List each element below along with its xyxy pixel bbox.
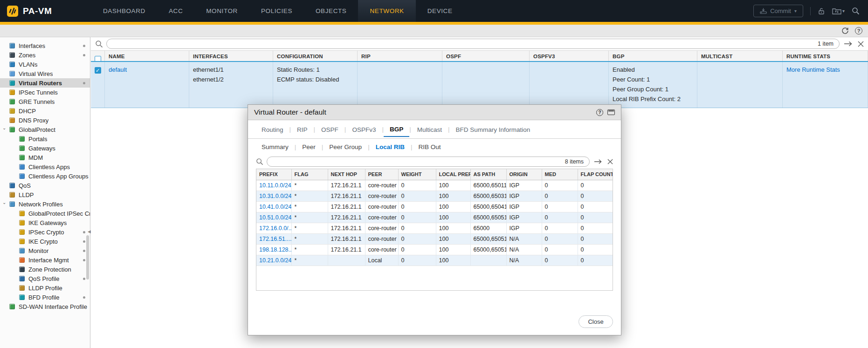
sidebar-item-mdm[interactable]: MDM [0,153,90,162]
chevron-down-icon[interactable]: ⌄ [2,200,6,205]
dialog-tab-routing[interactable]: Routing [255,122,289,136]
dialog-search-input[interactable]: 8 items [267,157,590,167]
dialog-tab-ospfv3[interactable]: OSPFv3 [346,122,382,136]
sidebar-item-sd-wan-interface-profile[interactable]: SD-WAN Interface Profile [0,302,90,311]
dialog-subtab-rib-out[interactable]: RIB Out [412,141,447,153]
apply-filter-icon[interactable] [844,41,852,47]
rib-column-header-flap-count[interactable]: FLAP COUNT [578,169,613,180]
apply-filter-icon[interactable] [594,159,602,164]
nav-tab-monitor[interactable]: MONITOR [194,0,249,22]
column-header-configuration[interactable]: CONFIGURATION [273,51,358,61]
unlock-icon[interactable] [818,7,825,15]
sidebar-item-gre-tunnels[interactable]: GRE Tunnels [0,97,90,106]
nav-tab-objects[interactable]: OBJECTS [304,0,358,22]
dialog-tab-bgp[interactable]: BGP [384,122,409,137]
sidebar-item-dns-proxy[interactable]: DNS Proxy [0,116,90,125]
rib-column-header-med[interactable]: MED [542,169,578,180]
prefix-link[interactable]: 10.21.0.0/24 [259,257,291,264]
prefix-link[interactable]: 10.11.0.0/24 [259,182,291,189]
prefix-link[interactable]: 198.18.128... [259,246,291,253]
help-icon[interactable]: ? [855,27,862,34]
sidebar-item-clientless-apps[interactable]: Clientless Apps [0,162,90,171]
sidebar-item-clientless-app-groups[interactable]: Clientless App Groups [0,171,90,181]
nav-tab-dashboard[interactable]: DASHBOARD [91,0,157,22]
nav-tab-acc[interactable]: ACC [157,0,194,22]
rib-row[interactable]: 10.51.0.0/24*172.16.21.1core-router01006… [256,212,613,223]
column-header-interfaces[interactable]: INTERFACES [189,51,273,61]
clear-filter-icon[interactable] [858,41,864,47]
sidebar-item-ipsec-crypto[interactable]: IPSec Crypto [0,227,90,237]
rib-column-header-local-pref[interactable]: LOCAL PREF. [436,169,470,180]
dialog-tab-ospf[interactable]: OSPF [315,122,344,136]
sidebar-item-network-profiles[interactable]: ⌄Network Profiles [0,199,90,209]
sidebar-item-lldp[interactable]: LLDP [0,190,90,199]
prefix-link[interactable]: 10.41.0.0/24 [259,204,291,210]
sidebar-item-ike-crypto[interactable]: IKE Crypto [0,237,90,246]
dialog-tab-rip[interactable]: RIP [291,122,314,136]
column-header-multicast[interactable]: MULTICAST [697,51,783,61]
sidebar-scrollbar[interactable] [86,235,89,280]
sidebar-item-portals[interactable]: Portals [0,134,90,143]
sidebar-item-qos[interactable]: QoS [0,181,90,190]
sidebar-item-virtual-routers[interactable]: Virtual Routers [0,78,90,88]
prefix-link[interactable]: 10.51.0.0/24 [259,214,291,221]
sidebar-collapse-handle[interactable]: ◀ [88,229,91,234]
nav-tab-network[interactable]: NETWORK [358,0,415,22]
sidebar-item-zones[interactable]: Zones [0,50,90,60]
config-tasks-icon[interactable]: ▾ [832,7,845,15]
sidebar-item-ipsec-tunnels[interactable]: IPSec Tunnels [0,88,90,97]
column-header-rip[interactable]: RIP [358,51,442,61]
rib-row[interactable]: 10.41.0.0/24*172.16.21.1core-router01006… [256,201,613,212]
column-header-bgp[interactable]: BGP [609,51,697,61]
rib-column-header-origin[interactable]: ORIGIN [506,169,542,180]
column-header-name[interactable]: NAME [105,51,189,61]
rib-row[interactable]: 172.16.0.0/...*172.16.21.1core-router010… [256,223,613,233]
dialog-subtab-peer-group[interactable]: Peer Group [323,141,368,153]
sidebar-item-interfaces[interactable]: Interfaces [0,41,90,50]
sidebar-item-monitor[interactable]: Monitor [0,246,90,255]
select-all-checkbox[interactable] [95,56,101,61]
vr-name-link[interactable]: default [109,66,127,73]
rib-column-header-next-hop[interactable]: NEXT HOP [328,169,365,180]
sidebar-item-dhcp[interactable]: DHCP [0,106,90,116]
nav-tab-device[interactable]: DEVICE [416,0,464,22]
rib-column-header-peer[interactable]: PEER [365,169,398,180]
column-header-ospfv3[interactable]: OSPFV3 [530,51,609,61]
dialog-help-icon[interactable]: ? [596,109,603,116]
sidebar-item-bfd-profile[interactable]: BFD Profile [0,293,90,302]
dialog-subtab-summary[interactable]: Summary [255,141,295,153]
rib-row[interactable]: 10.11.0.0/24*172.16.21.1core-router01006… [256,180,613,191]
rib-row[interactable]: 10.21.0.0/24*Local0100N/A00 [256,255,613,266]
prefix-link[interactable]: 10.31.0.0/24 [259,193,291,199]
sidebar-item-globalprotect-ipsec-crypto[interactable]: GlobalProtect IPSec Crypto [0,209,90,218]
nav-tab-policies[interactable]: POLICIES [249,0,304,22]
dialog-tab-bfd-summary-information[interactable]: BFD Summary Information [449,122,536,136]
chevron-down-icon[interactable]: ⌄ [2,125,6,130]
dialog-subtab-peer[interactable]: Peer [296,141,322,153]
more-runtime-stats-link[interactable]: More Runtime Stats [786,66,840,73]
dialog-maximize-icon[interactable] [607,109,615,115]
sidebar-item-qos-profile[interactable]: QoS Profile [0,274,90,283]
dialog-tab-multicast[interactable]: Multicast [411,122,448,136]
global-search-icon[interactable] [852,7,860,15]
sidebar-item-zone-protection[interactable]: Zone Protection [0,265,90,274]
row-checkbox[interactable]: ✓ [95,67,101,74]
rib-column-header-as-path[interactable]: AS PATH [470,169,506,180]
clear-filter-icon[interactable] [607,159,613,164]
commit-button[interactable]: Commit ▾ [753,5,803,17]
prefix-link[interactable]: 172.16.0.0/... [259,225,291,232]
rib-column-header-flag[interactable]: FLAG [291,169,328,180]
dialog-titlebar[interactable]: Virtual Router - default ? [248,105,621,120]
refresh-icon[interactable] [841,27,849,35]
prefix-link[interactable]: 172.16.51.... [259,236,291,242]
column-header-ospf[interactable]: OSPF [442,51,530,61]
rib-row[interactable]: 172.16.51....*172.16.21.1core-router0100… [256,233,613,244]
dialog-subtab-local-rib[interactable]: Local RIB [370,141,411,153]
sidebar-item-globalprotect[interactable]: ⌄GlobalProtect [0,125,90,134]
sidebar-item-lldp-profile[interactable]: LLDP Profile [0,283,90,293]
sidebar-item-gateways[interactable]: Gateways [0,143,90,153]
column-header-runtime-stats[interactable]: RUNTIME STATS [783,51,868,61]
close-button[interactable]: Close [579,315,613,328]
sidebar-item-vlans[interactable]: VLANs [0,60,90,69]
rib-row[interactable]: 198.18.128...*172.16.21.1core-router0100… [256,244,613,255]
